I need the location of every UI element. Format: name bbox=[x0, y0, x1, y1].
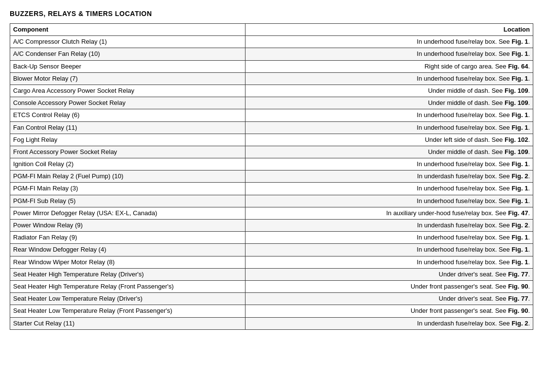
table-row: PGM-FI Sub Relay (5)In underhood fuse/re… bbox=[10, 195, 533, 207]
component-cell: Seat Heater Low Temperature Relay (Drive… bbox=[10, 293, 245, 305]
component-cell: Rear Window Defogger Relay (4) bbox=[10, 244, 245, 256]
location-suffix: . bbox=[528, 185, 530, 192]
table-row: Fan Control Relay (11)In underhood fuse/… bbox=[10, 121, 533, 134]
page-title: BUZZERS, RELAYS & TIMERS LOCATION bbox=[10, 10, 533, 17]
location-ref: Fig. 1 bbox=[511, 160, 528, 168]
location-text: In underhood fuse/relay box. See bbox=[417, 111, 511, 119]
location-suffix: . bbox=[528, 99, 530, 106]
component-cell: Back-Up Sensor Beeper bbox=[10, 60, 245, 72]
table-row: PGM-FI Main Relay 2 (Fuel Pump) (10)In u… bbox=[10, 170, 533, 183]
location-ref: Fig. 1 bbox=[511, 38, 528, 45]
location-text: In underdash fuse/relay box. See bbox=[417, 172, 511, 180]
table-row: Radiator Fan Relay (9)In underhood fuse/… bbox=[10, 232, 533, 244]
component-cell: Power Mirror Defogger Relay (USA: EX-L, … bbox=[10, 207, 245, 219]
location-suffix: . bbox=[528, 124, 530, 131]
table-row: Cargo Area Accessory Power Socket RelayU… bbox=[10, 85, 533, 97]
table-header-row: Component Location bbox=[10, 24, 533, 36]
location-ref: Fig. 1 bbox=[511, 246, 528, 253]
location-suffix: . bbox=[528, 75, 530, 82]
location-text: In underhood fuse/relay box. See bbox=[417, 124, 511, 131]
location-text: Right side of cargo area. See bbox=[424, 63, 508, 70]
location-suffix: . bbox=[528, 283, 530, 290]
location-ref: Fig. 109 bbox=[505, 87, 528, 94]
location-suffix: . bbox=[528, 148, 530, 155]
location-ref: Fig. 1 bbox=[511, 197, 528, 205]
component-cell: PGM-FI Sub Relay (5) bbox=[10, 195, 245, 207]
location-suffix: . bbox=[528, 38, 530, 45]
component-cell: Blower Motor Relay (7) bbox=[10, 72, 245, 85]
location-suffix: . bbox=[528, 87, 530, 94]
location-text: Under middle of dash. See bbox=[428, 148, 505, 155]
location-suffix: . bbox=[528, 160, 530, 168]
component-cell: Fog Light Relay bbox=[10, 134, 245, 146]
component-cell: Seat Heater High Temperature Relay (Driv… bbox=[10, 268, 245, 280]
location-text: In underhood fuse/relay box. See bbox=[417, 197, 511, 205]
location-suffix: . bbox=[528, 111, 530, 119]
location-cell: In underhood fuse/relay box. See Fig. 1. bbox=[245, 36, 533, 48]
location-text: In underdash fuse/relay box. See bbox=[417, 222, 511, 229]
component-cell: Power Window Relay (9) bbox=[10, 220, 245, 232]
location-cell: Under left side of dash. See Fig. 102. bbox=[245, 134, 533, 146]
location-ref: Fig. 109 bbox=[505, 99, 528, 106]
table-row: Back-Up Sensor BeeperRight side of cargo… bbox=[10, 60, 533, 72]
location-suffix: . bbox=[528, 50, 530, 57]
location-cell: Under front passenger's seat. See Fig. 9… bbox=[245, 280, 533, 292]
location-ref: Fig. 2 bbox=[511, 172, 528, 180]
location-text: Under front passenger's seat. See bbox=[411, 283, 508, 290]
location-ref: Fig. 1 bbox=[511, 185, 528, 192]
location-cell: In underdash fuse/relay box. See Fig. 2. bbox=[245, 220, 533, 232]
location-ref: Fig. 90 bbox=[508, 307, 528, 314]
location-text: In underdash fuse/relay box. See bbox=[417, 320, 511, 327]
location-cell: Under middle of dash. See Fig. 109. bbox=[245, 85, 533, 97]
location-text: Under driver's seat. See bbox=[439, 271, 508, 278]
location-ref: Fig. 90 bbox=[508, 283, 528, 290]
component-cell: Starter Cut Relay (11) bbox=[10, 317, 245, 329]
table-row: Power Mirror Defogger Relay (USA: EX-L, … bbox=[10, 207, 533, 219]
component-cell: Cargo Area Accessory Power Socket Relay bbox=[10, 85, 245, 97]
table-row: A/C Condenser Fan Relay (10)In underhood… bbox=[10, 48, 533, 60]
location-text: Under middle of dash. See bbox=[428, 87, 505, 94]
location-ref: Fig. 102 bbox=[505, 136, 528, 143]
component-cell: PGM-FI Main Relay (3) bbox=[10, 183, 245, 195]
location-suffix: . bbox=[528, 246, 530, 253]
location-ref: Fig. 2 bbox=[511, 320, 528, 327]
location-cell: In underhood fuse/relay box. See Fig. 1. bbox=[245, 183, 533, 195]
location-ref: Fig. 47 bbox=[508, 209, 528, 217]
location-ref: Fig. 1 bbox=[511, 111, 528, 119]
component-cell: Fan Control Relay (11) bbox=[10, 121, 245, 134]
location-text: In underhood fuse/relay box. See bbox=[417, 185, 511, 192]
component-cell: Console Accessory Power Socket Relay bbox=[10, 97, 245, 109]
location-suffix: . bbox=[528, 197, 530, 205]
location-cell: Under middle of dash. See Fig. 109. bbox=[245, 146, 533, 158]
location-text: In auxiliary under-hood fuse/relay box. … bbox=[386, 209, 508, 217]
location-ref: Fig. 1 bbox=[511, 75, 528, 82]
location-text: In underhood fuse/relay box. See bbox=[417, 258, 511, 266]
table-row: Blower Motor Relay (7)In underhood fuse/… bbox=[10, 72, 533, 85]
location-cell: In underhood fuse/relay box. See Fig. 1. bbox=[245, 195, 533, 207]
location-text: Under left side of dash. See bbox=[425, 136, 505, 143]
location-header: Location bbox=[245, 24, 533, 36]
table-row: PGM-FI Main Relay (3)In underhood fuse/r… bbox=[10, 183, 533, 195]
location-ref: Fig. 1 bbox=[511, 258, 528, 266]
location-ref: Fig. 1 bbox=[511, 234, 528, 241]
location-cell: In underdash fuse/relay box. See Fig. 2. bbox=[245, 317, 533, 329]
location-suffix: . bbox=[528, 63, 530, 70]
location-suffix: . bbox=[528, 258, 530, 266]
component-cell: A/C Condenser Fan Relay (10) bbox=[10, 48, 245, 60]
table-row: Ignition Coil Relay (2)In underhood fuse… bbox=[10, 158, 533, 170]
location-suffix: . bbox=[528, 209, 530, 217]
table-row: Seat Heater High Temperature Relay (Fron… bbox=[10, 280, 533, 292]
location-text: In underhood fuse/relay box. See bbox=[417, 75, 511, 82]
location-ref: Fig. 109 bbox=[505, 148, 528, 155]
table-row: Seat Heater Low Temperature Relay (Front… bbox=[10, 305, 533, 317]
location-suffix: . bbox=[528, 172, 530, 180]
component-cell: Seat Heater Low Temperature Relay (Front… bbox=[10, 305, 245, 317]
location-cell: In underhood fuse/relay box. See Fig. 1. bbox=[245, 256, 533, 268]
table-row: A/C Compressor Clutch Relay (1)In underh… bbox=[10, 36, 533, 48]
location-text: Under front passenger's seat. See bbox=[411, 307, 508, 314]
relays-table: Component Location A/C Compressor Clutch… bbox=[10, 23, 533, 330]
component-cell: Seat Heater High Temperature Relay (Fron… bbox=[10, 280, 245, 292]
table-row: ETCS Control Relay (6)In underhood fuse/… bbox=[10, 109, 533, 121]
table-row: Rear Window Defogger Relay (4)In underho… bbox=[10, 244, 533, 256]
component-cell: Ignition Coil Relay (2) bbox=[10, 158, 245, 170]
